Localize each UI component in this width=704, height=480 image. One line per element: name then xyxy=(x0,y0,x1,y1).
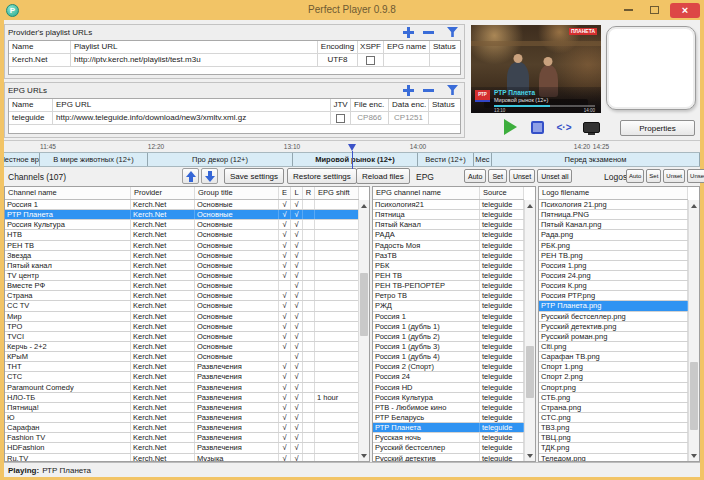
maximize-button[interactable] xyxy=(644,3,664,18)
restore-settings-button[interactable]: Restore settings xyxy=(287,168,357,184)
epg-row[interactable]: РАДАteleguide xyxy=(373,230,524,240)
channel-row[interactable]: РТР ПланетаKerch.NetОсновные√√ xyxy=(5,210,359,220)
jtv-checkbox[interactable] xyxy=(336,114,345,123)
timeline-marker-icon[interactable] xyxy=(348,144,356,151)
epg-row[interactable]: РТР Планетаteleguide xyxy=(373,423,524,433)
save-settings-button[interactable]: Save settings xyxy=(224,168,284,184)
properties-button[interactable]: Properties xyxy=(620,120,695,136)
col-data-enc[interactable]: Data enc. xyxy=(389,99,429,112)
epg-row[interactable]: Радость Мояteleguide xyxy=(373,241,524,251)
logo-row[interactable]: ТВЦ.png xyxy=(539,433,688,443)
epg-row[interactable]: Россия 1teleguide xyxy=(373,312,524,322)
channel-row[interactable]: ТНТKerch.NetРазвлечения√√ xyxy=(5,362,359,372)
channel-row[interactable]: TV центрKerch.NetОсновные√√ xyxy=(5,271,359,281)
logo-row[interactable]: Спорт 1.png xyxy=(539,362,688,372)
logo-row[interactable]: РБК.png xyxy=(539,241,688,251)
epg-unset-all-button[interactable]: Unset all xyxy=(537,169,572,183)
logo-row[interactable]: ТДК.png xyxy=(539,443,688,453)
close-button[interactable]: × xyxy=(670,3,700,18)
epg-row[interactable]: РЕН ТВ-РЕПОРТЁРteleguide xyxy=(373,281,524,291)
channel-row[interactable]: Вместе РФKerch.NetОсновные√ xyxy=(5,281,359,291)
logo-row[interactable]: Русский роман.png xyxy=(539,332,688,342)
epg-row[interactable]: РТР Беларусьteleguide xyxy=(373,413,524,423)
logo-row[interactable]: РЕН ТВ.png xyxy=(539,251,688,261)
epg-row[interactable]: Русская ночьteleguide xyxy=(373,433,524,443)
playlist-remove-button[interactable] xyxy=(420,26,437,39)
logo-row[interactable]: Русский бестселлер.png xyxy=(539,312,688,322)
channel-row[interactable]: СарафанKerch.NetРазвлечения√√ xyxy=(5,423,359,433)
logo-row[interactable]: Citi.png xyxy=(539,342,688,352)
col-source[interactable]: Source xyxy=(480,187,524,199)
screenshot-button[interactable] xyxy=(581,118,601,136)
logo-row[interactable]: Спорт.png xyxy=(539,383,688,393)
logo-row[interactable]: Россия 1.png xyxy=(539,261,688,271)
epg-url-row[interactable]: teleguide http://www.teleguide.info/down… xyxy=(9,112,460,125)
scroll-up-icon[interactable] xyxy=(359,200,369,211)
logos-unset-all-button[interactable]: Unset all xyxy=(687,169,704,183)
col-file-enc[interactable]: File enc. xyxy=(351,99,389,112)
channels-scrollbar[interactable] xyxy=(358,200,369,461)
logo-row[interactable]: Страна.png xyxy=(539,403,688,413)
channel-row[interactable]: Fashion TVKerch.NetРазвлечения√√ xyxy=(5,433,359,443)
channel-row[interactable]: ЮKerch.NetРазвлечения√√ xyxy=(5,413,359,423)
channel-row[interactable]: Ru.TVKerch.NetМузыка√√ xyxy=(5,454,359,461)
codec-info-button[interactable]: <·> xyxy=(554,118,574,136)
channel-row[interactable]: Россия 1Kerch.NetОсновные√√ xyxy=(5,200,359,210)
logo-row[interactable]: Россия РТР.png xyxy=(539,291,688,301)
stop-button[interactable] xyxy=(527,118,547,136)
epg-program-segment[interactable]: Честное вре xyxy=(4,153,40,166)
epg-row[interactable]: Россия 2 (Спорт)teleguide xyxy=(373,362,524,372)
epg-row[interactable]: Россия 1 (дубль 3)teleguide xyxy=(373,342,524,352)
playlist-row[interactable]: Kerch.Net http://iptv.kerch.net/playlist… xyxy=(9,54,460,67)
logo-row[interactable]: Спорт 2.png xyxy=(539,372,688,382)
col-encoding[interactable]: Encoding xyxy=(318,41,358,54)
epg-remove-button[interactable] xyxy=(420,84,437,97)
channel-row[interactable]: РЕН ТВKerch.NetОсновные√√ xyxy=(5,241,359,251)
col-playlist-url[interactable]: Playlist URL xyxy=(71,41,318,54)
epg-row[interactable]: РазТВteleguide xyxy=(373,251,524,261)
playlist-add-button[interactable] xyxy=(400,26,417,39)
logo-row[interactable]: РТР Планета.png xyxy=(539,301,688,311)
scroll-thumb[interactable] xyxy=(360,273,368,336)
channel-row[interactable]: НТВKerch.NetОсновные√√ xyxy=(5,230,359,240)
logo-row[interactable]: Сарафан ТВ.png xyxy=(539,352,688,362)
play-button[interactable] xyxy=(500,118,520,136)
col-l[interactable]: L xyxy=(291,187,303,199)
epg-row[interactable]: Русский детективteleguide xyxy=(373,454,524,461)
channel-row[interactable]: ЗвездаKerch.NetОсновные√√ xyxy=(5,251,359,261)
channel-row[interactable]: НЛО-ТБKerch.NetРазвлечения√√1 hour xyxy=(5,393,359,403)
epg-set-button[interactable]: Set xyxy=(488,169,507,183)
reload-files-button[interactable]: Reload files xyxy=(356,168,410,184)
logo-row[interactable]: Рада.png xyxy=(539,230,688,240)
scroll-thumb[interactable] xyxy=(690,362,698,430)
channel-row[interactable]: Пятница!Kerch.NetРазвлечения√√ xyxy=(5,403,359,413)
epg-row[interactable]: РТВ - Любимое киноteleguide xyxy=(373,403,524,413)
channel-row[interactable]: HDFashionKerch.NetРазвлечения√√ xyxy=(5,443,359,453)
col-status[interactable]: Status xyxy=(430,41,460,54)
col-r[interactable]: R xyxy=(303,187,315,199)
scroll-up-icon[interactable] xyxy=(525,200,535,211)
scroll-down-icon[interactable] xyxy=(359,450,369,461)
epg-program-segment[interactable]: Мес xyxy=(474,153,492,166)
epg-add-button[interactable] xyxy=(400,84,417,97)
col-jtv[interactable]: JTV xyxy=(331,99,351,112)
logo-row[interactable]: ТВ3.png xyxy=(539,423,688,433)
col-epg-name[interactable]: EPG name xyxy=(384,41,430,54)
logo-row[interactable]: Пятница.PNG xyxy=(539,210,688,220)
logo-row[interactable]: СТС.png xyxy=(539,413,688,423)
col-provider[interactable]: Provider xyxy=(131,187,195,199)
col-e[interactable]: E xyxy=(279,187,291,199)
video-preview[interactable]: ПЛАНЕТА РТР РТР Планета Мировой рынок (1… xyxy=(471,25,601,113)
col-epg-channel-name[interactable]: EPG channel name xyxy=(373,187,480,199)
epg-program-segment[interactable]: Перед экзаменом xyxy=(492,153,700,166)
epg-filter-button[interactable] xyxy=(444,84,461,97)
col-epg-url[interactable]: EPG URL xyxy=(53,99,331,112)
epg-program-segment[interactable]: Мировой рынок (12+) xyxy=(293,153,418,166)
channel-row[interactable]: СтранаKerch.NetОсновные√√ xyxy=(5,291,359,301)
minimize-button[interactable] xyxy=(618,3,638,18)
logo-row[interactable]: Теледом.png xyxy=(539,454,688,461)
epg-row[interactable]: Россия 24teleguide xyxy=(373,372,524,382)
playlist-filter-button[interactable] xyxy=(444,26,461,39)
channel-row[interactable]: МирKerch.NetОсновные√√ xyxy=(5,312,359,322)
epg-scrollbar[interactable] xyxy=(524,200,535,461)
